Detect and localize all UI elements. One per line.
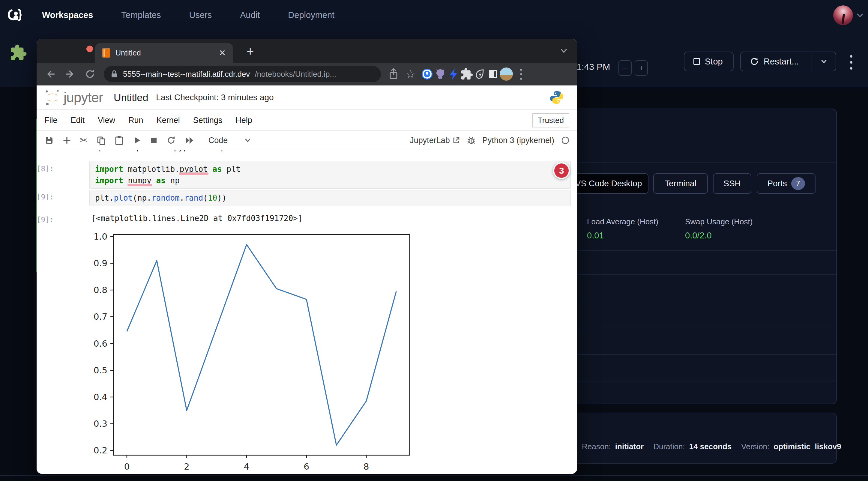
tab-search-chevron-icon[interactable] [558, 45, 569, 56]
restart-workspace-button[interactable]: Restart... [740, 52, 812, 71]
url-path: /notebooks/Untitled.ip... [255, 70, 336, 79]
browser-window: Untitled ✕ + 5555--main--tes [37, 39, 577, 474]
cell9-editor[interactable]: plt.plot(np.random.rand(10)) [89, 190, 571, 206]
ports-label: Ports [767, 179, 787, 188]
vscode-desktop-button[interactable]: VS Code Desktop [569, 173, 648, 194]
zoom-out-button[interactable]: − [618, 60, 632, 76]
duration-label: Duration: [653, 442, 685, 451]
extensions-puzzle-icon[interactable] [460, 67, 473, 81]
restart-run-all-icon[interactable] [184, 136, 195, 145]
matplotlib-line-chart: 0.20.30.40.50.60.70.80.91.002468 [87, 231, 417, 471]
duration-value: 14 seconds [689, 442, 732, 451]
swap-usage-stat: Swap Usage (Host) 0.0/2.0 [685, 217, 752, 241]
run-cell-icon[interactable] [132, 136, 141, 145]
url-host: 5555--main--test--matifali.atif.cdr.dev [123, 70, 250, 79]
cell-type-select[interactable]: Code [209, 136, 228, 145]
ports-count-badge: 7 [791, 177, 805, 190]
lightning-extension-icon[interactable] [447, 67, 460, 81]
chevron-down-icon[interactable] [244, 136, 252, 144]
bookmark-star-icon[interactable]: ☆ [405, 67, 416, 81]
cell9-prompt: [9]: [37, 193, 54, 201]
interrupt-kernel-icon[interactable] [150, 136, 158, 145]
browser-menu-icon[interactable] [517, 67, 525, 81]
kernel-status-icon [561, 136, 570, 145]
menu-run[interactable]: Run [128, 116, 143, 125]
menu-kernel[interactable]: Kernel [157, 116, 180, 125]
svg-text:0.9: 0.9 [94, 258, 107, 268]
restart-kernel-icon[interactable] [166, 135, 176, 145]
jupyter-favicon-icon [102, 48, 110, 58]
jupyter-wordmark: jupyter [64, 89, 103, 105]
cell8-editor[interactable]: import matplotlib.pyplot as plt import n… [89, 161, 571, 189]
svg-text:0.7: 0.7 [94, 312, 107, 322]
vscode-label: VS Code Desktop [575, 179, 642, 188]
svg-text:2: 2 [184, 461, 189, 471]
chevron-down-icon[interactable] [855, 10, 865, 21]
svg-text:6: 6 [304, 461, 309, 471]
zoom-in-button[interactable]: + [634, 60, 648, 76]
copy-cell-icon[interactable] [96, 135, 106, 145]
nav-deployment[interactable]: Deployment [288, 10, 334, 20]
save-icon[interactable] [44, 135, 54, 145]
open-jupyterlab-link[interactable]: JupyterLab [410, 136, 460, 145]
notebook-content: import matplotlib.pyplot as plt [8]: imp… [37, 150, 577, 474]
browser-profile-avatar[interactable] [500, 67, 513, 81]
onepassword-extension-icon[interactable] [421, 67, 434, 81]
divider [0, 475, 868, 476]
svg-text:0.2: 0.2 [94, 445, 107, 455]
reason-value: initiator [615, 442, 644, 451]
output9-text: [<matplotlib.lines.Line2D at 0x7fd03f191… [91, 214, 302, 223]
menu-view[interactable]: View [98, 116, 115, 125]
browser-tab[interactable]: Untitled ✕ [95, 43, 233, 63]
nav-audit[interactable]: Audit [240, 10, 260, 20]
menu-edit[interactable]: Edit [71, 116, 85, 125]
menu-file[interactable]: File [44, 116, 58, 125]
close-window-button[interactable] [86, 45, 93, 52]
chevron-down-icon [819, 57, 829, 66]
paste-cell-icon[interactable] [114, 135, 124, 146]
restart-options-button[interactable] [812, 52, 836, 71]
ssh-button[interactable]: SSH [713, 173, 751, 194]
restart-label: Restart... [764, 57, 799, 67]
tab-close-icon[interactable]: ✕ [219, 48, 226, 58]
svg-text:4: 4 [244, 461, 249, 471]
version-value: optimistic_liskov9 [774, 442, 841, 451]
back-icon[interactable] [44, 68, 56, 80]
nav-templates[interactable]: Templates [121, 10, 161, 20]
jupyter-header: jupyter Untitled Last Checkpoint: 3 minu… [37, 86, 577, 110]
stop-workspace-button[interactable]: Stop [684, 52, 734, 71]
add-cell-icon[interactable] [62, 136, 71, 145]
url-bar[interactable]: 5555--main--test--matifali.atif.cdr.dev/… [104, 66, 381, 82]
load-average-value: 0.01 [587, 231, 658, 241]
jupyterlab-label: JupyterLab [410, 136, 450, 145]
user-avatar[interactable] [833, 5, 853, 25]
ssh-label: SSH [723, 179, 741, 188]
forward-icon[interactable] [64, 68, 76, 80]
ports-button[interactable]: Ports 7 [757, 173, 815, 194]
new-tab-button[interactable]: + [247, 45, 254, 58]
debugger-bug-icon[interactable] [467, 136, 476, 145]
notification-count-badge[interactable]: 3 [553, 162, 570, 179]
stop-label: Stop [705, 57, 723, 67]
nav-workspaces[interactable]: Workspaces [42, 10, 93, 20]
reload-icon[interactable] [84, 68, 96, 80]
template-puzzle-icon [8, 44, 28, 62]
workspace-menu-button[interactable] [847, 54, 856, 71]
menu-help[interactable]: Help [236, 116, 252, 125]
terminal-button[interactable]: Terminal [653, 173, 708, 194]
nav-users[interactable]: Users [189, 10, 212, 20]
notebook-title[interactable]: Untitled [114, 92, 148, 103]
clock: 11:43 PM [572, 62, 610, 72]
clipped-cell-above: import matplotlib.pyplot as plt [89, 150, 359, 154]
menu-settings[interactable]: Settings [193, 116, 222, 125]
coder-logo-icon[interactable] [7, 7, 24, 24]
github-octocat-extension-icon[interactable] [434, 67, 447, 81]
trusted-button[interactable]: Trusted [532, 114, 569, 127]
cut-cell-icon[interactable]: ✂ [80, 135, 88, 146]
output9-prompt: [9]: [37, 216, 54, 224]
kernel-name[interactable]: Python 3 (ipykernel) [482, 136, 554, 145]
leaf-extension-icon[interactable] [473, 67, 487, 81]
python-logo-icon [550, 90, 564, 105]
sidebar-extension-icon[interactable] [487, 67, 500, 81]
share-icon[interactable] [388, 67, 400, 81]
